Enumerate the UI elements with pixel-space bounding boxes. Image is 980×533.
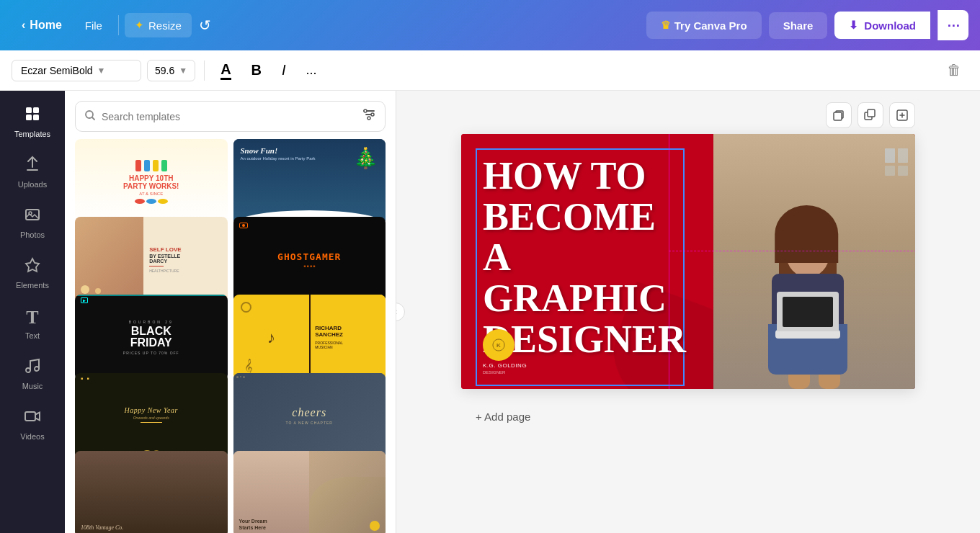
share-label: Share xyxy=(783,19,814,32)
videos-label: Videos xyxy=(20,432,44,441)
copy-button[interactable] xyxy=(858,102,883,128)
filter-button[interactable] xyxy=(362,107,376,125)
template-card-newyear[interactable]: ■ ■ Happy New Year Onwards and upwards xyxy=(75,373,228,459)
template-card-cheers[interactable]: cheers TO A NEW CHAPTER xyxy=(233,373,386,459)
font-size-value: 59.6 xyxy=(155,65,174,76)
design-canvas[interactable]: HOW TOBECOME AGRAPHICDESIGNER K K.G. GOL… xyxy=(461,134,915,389)
try-pro-label: Try Canva Pro xyxy=(674,19,747,32)
italic-button[interactable]: I xyxy=(275,58,293,83)
chevron-down-icon: ▼ xyxy=(97,66,106,76)
music-icon xyxy=(24,357,41,379)
try-pro-button[interactable]: ♛ Try Canva Pro xyxy=(646,12,762,39)
logo-emblem: K xyxy=(483,329,514,361)
text-icon: T xyxy=(26,307,38,328)
more-dots-icon: ⋯ xyxy=(947,18,960,32)
templates-panel: HAPPY 10THPARTY WORKS! AT & SINCE 🎄 xyxy=(65,91,396,533)
svg-rect-9 xyxy=(25,412,35,421)
chevron-left-icon: ‹ xyxy=(396,307,397,317)
template-card-dream[interactable]: Your DreamStarts Here xyxy=(233,451,386,533)
nav-divider xyxy=(118,15,119,35)
sidebar-item-music[interactable]: Music xyxy=(0,349,65,399)
photos-icon xyxy=(24,206,41,228)
resize-button[interactable]: ✦ Resize xyxy=(125,13,192,37)
sidebar-item-uploads[interactable]: Uploads xyxy=(0,147,65,197)
nav-right-group: ♛ Try Canva Pro Share ⬇ Download ⋯ xyxy=(646,10,968,40)
svg-rect-4 xyxy=(26,210,39,220)
home-label: Home xyxy=(30,19,61,32)
template-card-blackfriday[interactable]: ▶ BOURBON 29 BLACKFRIDAY PRICES UP TO 70… xyxy=(75,295,228,380)
svg-marker-6 xyxy=(26,259,39,272)
svg-rect-0 xyxy=(26,107,32,113)
canvas-design: HOW TOBECOME AGRAPHICDESIGNER K K.G. GOL… xyxy=(461,134,915,389)
sidebar-item-elements[interactable]: Elements xyxy=(0,248,65,298)
crown-icon: ✦ xyxy=(135,19,144,32)
templates-label: Templates xyxy=(14,130,50,138)
download-more-button[interactable]: ⋯ xyxy=(937,10,968,40)
templates-icon xyxy=(24,105,41,127)
font-color-button[interactable]: A xyxy=(213,57,238,84)
italic-icon: I xyxy=(282,62,286,79)
more-options-button[interactable]: ... xyxy=(299,58,324,82)
text-toolbar: Eczar SemiBold ▼ 59.6 ▼ A B I ... 🗑 xyxy=(0,50,980,91)
search-bar[interactable] xyxy=(75,101,386,132)
svg-text:K: K xyxy=(496,342,501,349)
sidebar-item-text[interactable]: T Text xyxy=(0,298,65,349)
undo-button[interactable]: ↺ xyxy=(195,12,215,38)
template-card-party[interactable]: HAPPY 10THPARTY WORKS! AT & SINCE xyxy=(75,139,228,225)
svg-rect-3 xyxy=(33,115,39,120)
add-element-button[interactable] xyxy=(889,102,915,128)
delete-element-button[interactable]: 🗑 xyxy=(940,58,968,83)
uploads-icon xyxy=(24,156,41,177)
template-card-snow[interactable]: 🎄 Snow Fun! An outdoor Holiday resort in… xyxy=(233,139,386,225)
elements-label: Elements xyxy=(16,281,49,290)
canvas-area: ‹ xyxy=(396,91,980,533)
add-page-button[interactable]: + Add page xyxy=(461,403,545,430)
svg-rect-16 xyxy=(868,109,875,117)
font-selector[interactable]: Eczar SemiBold ▼ xyxy=(12,60,141,81)
bold-button[interactable]: B xyxy=(244,58,269,83)
template-card-selflove[interactable]: SELF LOVE BY ESTELLEDARCY HEALTHPICTURE xyxy=(75,217,228,303)
font-size-selector[interactable]: 59.6 ▼ xyxy=(147,60,195,81)
canvas-toolbar xyxy=(826,102,915,128)
svg-rect-14 xyxy=(834,112,842,120)
download-label: Download xyxy=(864,19,916,32)
sidebar: Templates Uploads Photos xyxy=(0,91,65,533)
duplicate-page-button[interactable] xyxy=(826,102,852,128)
sidebar-item-videos[interactable]: Videos xyxy=(0,399,65,449)
collapse-panel-button[interactable]: ‹ xyxy=(396,303,405,321)
bold-icon: B xyxy=(251,62,262,79)
elements-icon xyxy=(24,256,41,278)
share-button[interactable]: Share xyxy=(769,12,828,39)
canvas-logo: K K.G. GOLDING DESIGNER xyxy=(483,329,527,375)
template-card-richard[interactable]: ♪ 𝄞 RICHARDSANCHEZ PROFESSIONALMUSICIAN xyxy=(233,295,386,380)
videos-icon xyxy=(24,408,41,429)
svg-point-11 xyxy=(364,109,367,112)
undo-icon: ↺ xyxy=(199,17,211,34)
guide-line-vertical xyxy=(669,134,669,389)
svg-rect-2 xyxy=(26,115,32,120)
chevron-down-icon-size: ▼ xyxy=(179,66,187,76)
file-button[interactable]: File xyxy=(75,14,112,37)
template-card-ghost[interactable]: GHOSTGAMER ■ ■ ■ ■ xyxy=(233,217,386,303)
svg-rect-1 xyxy=(33,107,39,113)
template-card-vantage[interactable]: 108th Vantage Co. xyxy=(75,451,228,533)
svg-point-12 xyxy=(371,113,374,116)
file-label: File xyxy=(85,19,102,32)
guide-line-horizontal xyxy=(669,251,915,251)
text-label: Text xyxy=(25,331,40,340)
home-button[interactable]: ‹ Home xyxy=(12,13,72,37)
photos-label: Photos xyxy=(20,230,45,239)
svg-point-13 xyxy=(368,117,370,120)
download-icon: ⬇ xyxy=(849,19,858,32)
sidebar-item-templates[interactable]: Templates xyxy=(0,97,65,147)
search-icon xyxy=(84,109,96,124)
main-layout: Templates Uploads Photos xyxy=(0,91,980,533)
font-name-label: Eczar SemiBold xyxy=(21,65,93,76)
download-button[interactable]: ⬇ Download xyxy=(834,12,930,39)
nav-left-group: ‹ Home File ✦ Resize ↺ xyxy=(12,12,641,38)
more-options-icon: ... xyxy=(306,63,317,78)
trash-icon: 🗑 xyxy=(947,62,961,78)
search-input[interactable] xyxy=(102,111,356,122)
resize-label: Resize xyxy=(148,19,182,32)
sidebar-item-photos[interactable]: Photos xyxy=(0,197,65,248)
